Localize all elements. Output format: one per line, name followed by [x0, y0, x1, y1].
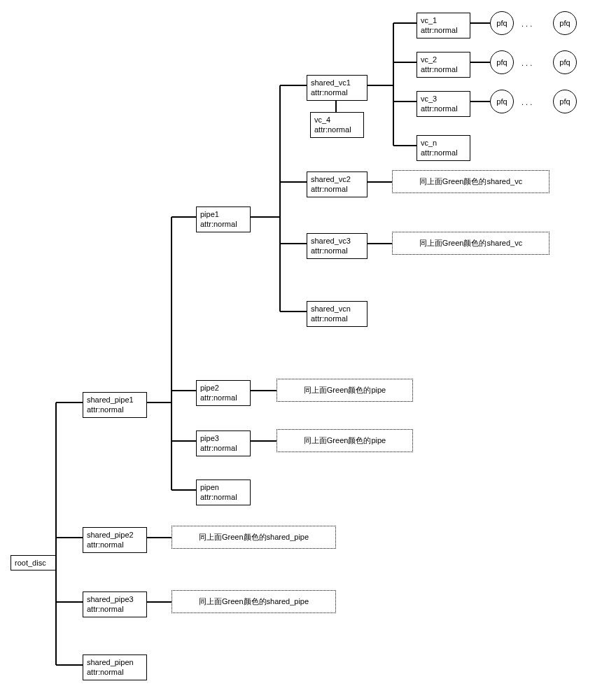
note-shared-pipe2: 同上面Green颜色的shared_pipe [172, 526, 336, 549]
pfq-circle: pfq [490, 11, 514, 35]
vcn: vc_n attr:normal [416, 135, 470, 161]
shared-vc3: shared_vc3 attr:normal [307, 233, 368, 259]
shared-vc2: shared_vc2 attr:normal [307, 172, 368, 197]
note-shared-vc2: 同上面Green颜色的shared_vc [392, 170, 550, 193]
root-label: root_disc [15, 558, 52, 568]
ellipsis: . . . [522, 98, 532, 106]
note-pipe2: 同上面Green颜色的pipe [276, 379, 413, 402]
pfq-circle: pfq [553, 50, 577, 74]
pfq-circle: pfq [553, 90, 577, 113]
shared-pipe1: shared_pipe1 attr:normal [83, 392, 147, 418]
pfq-circle: pfq [490, 90, 514, 113]
pipe3: pipe3 attr:normal [196, 430, 251, 456]
vc4: vc_4 attr:normal [310, 112, 364, 138]
root-node: root_disc [10, 555, 56, 570]
shared-pipe3: shared_pipe3 attr:normal [83, 592, 147, 617]
shared-pipen: shared_pipen attr:normal [83, 654, 147, 680]
shared-pipe2: shared_pipe2 attr:normal [83, 527, 147, 553]
pfq-circle: pfq [553, 11, 577, 35]
note-pipe3: 同上面Green颜色的pipe [276, 429, 413, 452]
ellipsis: . . . [522, 59, 532, 67]
vc1: vc_1 attr:normal [416, 13, 470, 38]
shared-vcn: shared_vcn attr:normal [307, 301, 368, 327]
ellipsis: . . . [522, 20, 532, 28]
shared-vc1: shared_vc1 attr:normal [307, 75, 368, 101]
pfq-circle: pfq [490, 50, 514, 74]
pipe1: pipe1 attr:normal [196, 206, 251, 232]
note-shared-pipe3: 同上面Green颜色的shared_pipe [172, 590, 336, 613]
pipe2: pipe2 attr:normal [196, 380, 251, 406]
note-shared-vc3: 同上面Green颜色的shared_vc [392, 232, 550, 255]
vc3: vc_3 attr:normal [416, 91, 470, 117]
vc2: vc_2 attr:normal [416, 52, 470, 78]
pipen: pipen attr:normal [196, 479, 251, 505]
